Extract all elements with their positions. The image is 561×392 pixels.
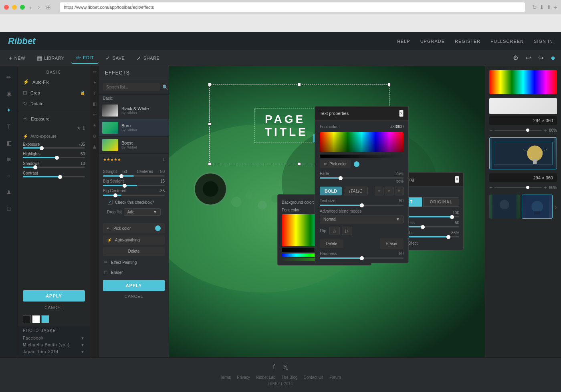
mid-text-icon[interactable]: T (92, 90, 97, 97)
black-swatch[interactable] (23, 315, 31, 323)
align-right-button[interactable]: ≡ (395, 187, 404, 195)
tp-eraser-button[interactable]: Eraser (380, 238, 404, 249)
toolbar-library[interactable]: ▦ LIBRARY (32, 53, 69, 63)
delete-button[interactable]: Delete (103, 247, 165, 256)
nav-signin[interactable]: SIGN IN (534, 39, 553, 44)
handle-ml[interactable] (208, 123, 211, 126)
autofix-tool[interactable]: ⚡ Auto-Fix (18, 76, 90, 87)
tp-dark-slider[interactable] (320, 155, 404, 158)
toolbar-share[interactable]: ↗ SHARE (131, 53, 164, 63)
nav-fullscreen[interactable]: FULLSCREEN (490, 39, 524, 44)
redo-icon[interactable]: ↪ (537, 52, 545, 63)
rp-zoom-slider-2[interactable] (494, 187, 542, 188)
toolbar-new[interactable]: + NEW (4, 53, 30, 63)
search-icon[interactable]: 🔍 (162, 84, 168, 90)
tp-delete-button[interactable]: Delete (320, 239, 343, 248)
rp-thumb-2[interactable] (522, 195, 553, 219)
crop-tool[interactable]: ⊡ Crop 🔒 (18, 87, 90, 98)
zoom-plus-icon[interactable]: + (544, 127, 547, 133)
download-button[interactable]: ⬇ (539, 4, 544, 10)
align-left-button[interactable]: ≡ (375, 187, 383, 195)
exposure-slider-thumb[interactable] (40, 146, 44, 150)
footer-contact[interactable]: Contact Us (304, 375, 323, 380)
effect-painting-button[interactable]: ✏ Effect Painting (103, 258, 165, 267)
tp-pick-color-button[interactable]: ✏ Pick color (320, 160, 351, 168)
hardness-slider[interactable] (320, 257, 404, 259)
chevron-icon-3[interactable]: ▼ (81, 350, 85, 354)
star-icon[interactable]: ★ (77, 125, 81, 131)
rp-nav-arrow[interactable]: › (555, 203, 557, 211)
footer-blog[interactable]: The Blog (282, 375, 298, 380)
handle-bm[interactable] (298, 162, 301, 165)
twitter-icon[interactable]: 𝕏 (283, 364, 288, 371)
align-center-button[interactable]: ≡ (385, 187, 394, 195)
grid-button[interactable]: ⊞ (44, 3, 52, 11)
maximize-dot[interactable] (20, 5, 25, 10)
highlights-slider-thumb[interactable] (55, 156, 59, 160)
effect-item-bw[interactable]: Black & White By Ribbet (99, 102, 169, 119)
mid-star-icon[interactable]: ★ (91, 122, 98, 129)
fade-slider[interactable] (320, 177, 404, 179)
info-icon[interactable]: ℹ (163, 157, 165, 162)
blue-swatch[interactable] (41, 315, 49, 323)
highlights-slider-track[interactable] (23, 157, 85, 158)
eraser-button[interactable]: ◻ Eraser (103, 268, 165, 277)
chevron-icon-2[interactable]: ▼ (81, 343, 85, 347)
refresh-button[interactable]: ↻ (532, 4, 537, 10)
apply-button[interactable]: APPLY (23, 290, 85, 302)
user-icon[interactable]: ● (549, 52, 557, 64)
rp-thumbnail[interactable] (489, 137, 557, 169)
rotate-tool[interactable]: ↻ Rotate (18, 98, 90, 109)
minimize-dot[interactable] (12, 5, 17, 10)
footer-terms[interactable]: Terms (220, 375, 231, 380)
flip-h-button[interactable]: △ (329, 227, 340, 235)
big-centered-slider[interactable] (103, 195, 165, 196)
forward-button[interactable]: › (36, 3, 42, 11)
sidebar-person-icon[interactable]: ♟ (2, 185, 16, 199)
mid-cog-icon[interactable]: ⚙ (91, 133, 98, 140)
mid-undo-icon[interactable]: ↩ (92, 111, 98, 119)
big-straight-slider[interactable] (103, 185, 165, 186)
sidebar-text-icon[interactable]: T (2, 119, 16, 134)
handle-tm[interactable] (298, 83, 301, 86)
tp-color-gradient[interactable] (320, 132, 404, 152)
sidebar-globe-icon[interactable]: ◉ (2, 86, 16, 101)
checkbox-box[interactable]: ✓ (108, 200, 113, 205)
settings-icon[interactable]: ⚙ (511, 52, 520, 63)
add-tab-button[interactable]: + (554, 4, 557, 10)
italic-button[interactable]: ITALIC (344, 187, 367, 195)
rp-zoom-slider-1[interactable] (494, 130, 542, 131)
white-swatch[interactable] (32, 315, 40, 323)
mid-people-icon[interactable]: ♟ (91, 143, 98, 151)
mid-frame-icon[interactable]: ◧ (91, 100, 98, 108)
exposure-slider-track[interactable] (23, 147, 85, 149)
sidebar-circle-icon[interactable]: ○ (2, 169, 16, 183)
sidebar-frame-icon[interactable]: ◧ (2, 136, 16, 150)
checkbox-item[interactable]: ✓ Check this checkbox? (103, 198, 165, 206)
pick-color-button[interactable]: ✏ Pick color (103, 223, 165, 233)
handle-tr[interactable] (387, 83, 391, 86)
nav-upgrade[interactable]: UPGRADE (420, 39, 445, 44)
close-dot[interactable] (4, 5, 9, 10)
mid-pencil-icon[interactable]: ✏ (92, 68, 98, 76)
toolbar-edit[interactable]: ✏ EDIT (71, 52, 99, 64)
toolbar-save[interactable]: ✓ SAVE (101, 53, 129, 63)
flip-v-button[interactable]: ▷ (342, 227, 352, 235)
ep-close-button[interactable]: × (455, 176, 459, 183)
zoom-plus-icon-2[interactable]: + (544, 184, 547, 191)
effect-item-burn[interactable]: Burn By Ribbet (99, 119, 169, 137)
contrast-slider-track[interactable] (23, 176, 85, 177)
footer-forum[interactable]: Forum (329, 375, 341, 380)
handle-bl[interactable] (208, 162, 211, 165)
sidebar-pencil-icon[interactable]: ✏ (2, 70, 16, 84)
zoom-thumb-1[interactable] (526, 129, 529, 132)
info-icon[interactable]: ℹ (83, 125, 85, 131)
text-size-slider[interactable] (320, 205, 404, 206)
nav-help[interactable]: HELP (397, 39, 410, 44)
zoom-minus-icon-2[interactable]: − (489, 184, 492, 191)
shadows-slider-track[interactable] (23, 167, 85, 168)
sidebar-effects-icon[interactable]: ✦ (2, 103, 16, 117)
effects-cancel-button[interactable]: CANCEL (103, 292, 165, 301)
ep-original-btn[interactable]: ORIGINAL (423, 197, 459, 207)
footer-privacy[interactable]: Privacy (237, 375, 250, 380)
